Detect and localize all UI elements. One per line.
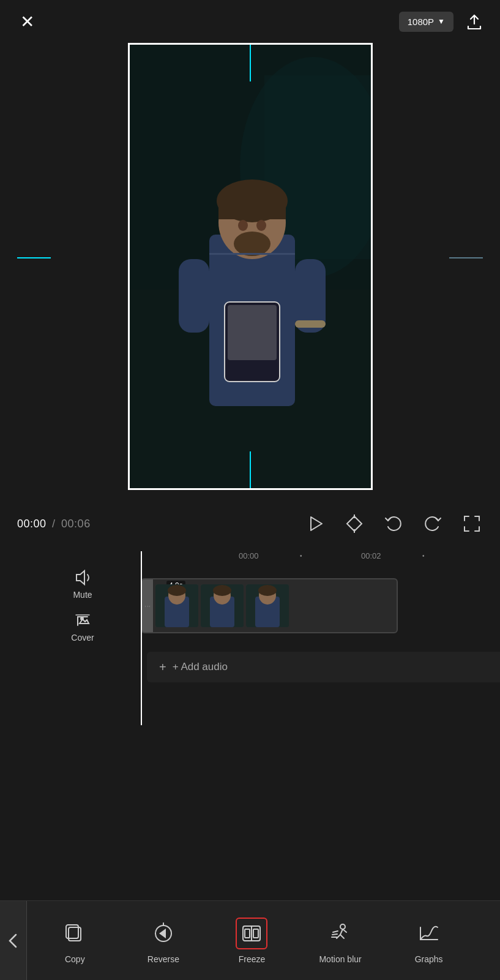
redo-icon [424,514,442,533]
playhead-top-line [250,45,251,81]
ruler-mark-0: 00:00 [239,551,259,560]
svg-point-35 [258,585,277,596]
chevron-down-icon: ▼ [438,17,445,26]
svg-point-31 [213,585,231,596]
play-button[interactable] [304,513,326,535]
total-time: 00:06 [61,518,91,530]
video-preview [128,43,373,490]
motion-blur-label: Motion blur [319,954,361,964]
toolbar-item-motion-blur[interactable]: Motion blur [316,918,365,964]
clip-thumbnail-1 [155,584,198,627]
motion-blur-icon [329,922,351,944]
time-display: 00:00 / 00:06 [17,518,91,530]
svg-point-9 [238,220,248,231]
cover-icon [74,612,91,629]
fullscreen-button[interactable] [461,513,483,535]
freeze-label: Freeze [239,954,266,964]
mute-icon [74,569,91,586]
timeline-area: 00:00 • 00:02 • Mute Cover [0,545,500,753]
toolbar-items: Copy Reverse [0,918,500,964]
freeze-icon [241,922,263,944]
svg-point-10 [256,220,266,231]
time-separator: / [52,518,56,530]
svg-rect-44 [253,929,258,938]
playhead-bottom-line [250,451,251,488]
fullscreen-icon [463,514,481,533]
resolution-label: 1080P [408,17,434,27]
side-line-left [17,257,51,258]
keyframe-icon [345,514,364,533]
timeline-playhead [141,551,142,725]
ruler-dot-1: • [300,552,302,559]
header: ✕ 1080P ▼ [0,0,500,43]
reverse-icon-wrap [147,918,179,949]
motion-blur-icon-wrap [324,918,356,949]
svg-marker-22 [76,571,84,584]
timeline-clips: ⋮ 4.9s [141,572,500,639]
svg-marker-18 [311,517,322,530]
video-clip[interactable]: ⋮ 4.9s [141,578,398,633]
cover-label: Cover [71,633,94,643]
svg-marker-39 [159,929,166,938]
graphs-icon [418,922,440,944]
copy-icon-wrap [59,918,91,949]
add-audio-label: + Add audio [173,661,228,673]
close-icon: ✕ [20,12,34,32]
bottom-toolbar: Copy Reverse [0,900,500,980]
export-button[interactable] [463,10,485,32]
svg-rect-17 [295,320,326,328]
timeline-tracks: Mute Cover ⋮ 4.9s [0,566,500,646]
redo-button[interactable] [422,513,444,535]
handle-dots: ⋮ [144,603,151,608]
freeze-icon-wrap [236,918,267,949]
clip-handle-left[interactable]: ⋮ [142,579,153,632]
resolution-selector[interactable]: 1080P ▼ [399,12,453,32]
ruler-mark-2: 00:02 [361,551,381,560]
header-right: 1080P ▼ [399,10,485,32]
add-audio-button[interactable]: + + Add audio [159,660,228,674]
svg-point-11 [234,232,271,256]
undo-icon [384,514,403,533]
svg-rect-15 [228,305,277,360]
mute-label: Mute [73,590,92,600]
clip-thumbnail-2 [201,584,244,627]
back-button[interactable] [0,901,27,980]
undo-button[interactable] [382,513,405,535]
clip-thumbnail-3 [246,584,289,627]
svg-rect-12 [179,259,209,333]
svg-rect-16 [209,253,295,255]
current-time: 00:00 [17,518,47,530]
ruler-dot-2: • [422,552,425,559]
toolbar-item-graphs[interactable]: Graphs [405,918,453,964]
video-background [130,45,371,488]
copy-icon [64,922,86,944]
cover-track-label[interactable]: Cover [24,612,141,643]
toolbar-item-freeze[interactable]: Freeze [227,918,276,964]
svg-rect-43 [245,929,250,938]
add-audio-icon: + [159,660,166,674]
graphs-icon-wrap [413,918,445,949]
toolbar-item-reverse[interactable]: Reverse [139,918,188,964]
thumb-3-content [246,584,289,627]
reverse-label: Reverse [147,954,179,964]
back-arrow-icon [7,932,20,949]
playback-controls: 00:00 / 00:06 [0,502,500,545]
svg-point-27 [168,585,186,596]
export-icon [466,13,483,30]
svg-point-23 [81,617,83,620]
keyframe-button[interactable] [343,513,365,535]
timeline-ruler: 00:00 • 00:02 • [0,545,500,566]
side-line-right [449,257,483,258]
graphs-label: Graphs [415,954,443,964]
thumb-1-content [155,584,198,627]
toolbar-item-copy[interactable]: Copy [50,918,99,964]
close-button[interactable]: ✕ [15,9,39,34]
playback-buttons [91,513,483,535]
play-icon [306,514,324,533]
thumb-2-content [201,584,244,627]
svg-rect-8 [218,201,286,219]
mute-track-label[interactable]: Mute [24,569,141,600]
video-content [130,45,373,490]
svg-marker-19 [347,516,362,531]
svg-point-45 [340,924,345,929]
